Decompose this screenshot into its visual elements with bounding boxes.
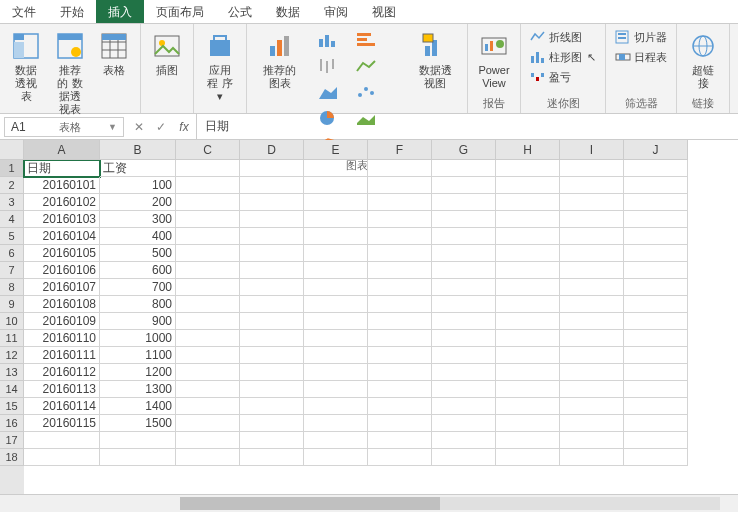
cell[interactable]: [240, 177, 304, 194]
cell[interactable]: [624, 296, 688, 313]
select-all-corner[interactable]: [0, 140, 24, 160]
stock-chart-button[interactable]: [311, 54, 347, 78]
cell[interactable]: [240, 449, 304, 466]
cell[interactable]: [496, 245, 560, 262]
cell[interactable]: 20160106: [24, 262, 100, 279]
column-header-H[interactable]: H: [496, 140, 560, 160]
row-header[interactable]: 17: [0, 432, 24, 449]
row-header[interactable]: 7: [0, 262, 24, 279]
cell[interactable]: [176, 279, 240, 296]
cell[interactable]: [304, 177, 368, 194]
row-header[interactable]: 13: [0, 364, 24, 381]
cell[interactable]: [304, 330, 368, 347]
cell[interactable]: 700: [100, 279, 176, 296]
column-header-C[interactable]: C: [176, 140, 240, 160]
cell[interactable]: [432, 330, 496, 347]
cell[interactable]: [368, 228, 432, 245]
cell[interactable]: 500: [100, 245, 176, 262]
name-box[interactable]: A1 ▼: [4, 117, 124, 137]
cell[interactable]: [624, 313, 688, 330]
cell[interactable]: [496, 398, 560, 415]
column-header-E[interactable]: E: [304, 140, 368, 160]
cell[interactable]: [624, 177, 688, 194]
cell[interactable]: [624, 279, 688, 296]
cell[interactable]: [240, 228, 304, 245]
tab-视图[interactable]: 视图: [360, 0, 408, 23]
sparkline-column-button[interactable]: 柱形图↖: [527, 48, 599, 66]
cell[interactable]: [368, 313, 432, 330]
cell[interactable]: [368, 449, 432, 466]
cell[interactable]: [368, 398, 432, 415]
cell[interactable]: [560, 449, 624, 466]
fx-icon[interactable]: fx: [172, 120, 196, 134]
cell[interactable]: [240, 432, 304, 449]
cell[interactable]: 1200: [100, 364, 176, 381]
cell[interactable]: [624, 449, 688, 466]
row-header[interactable]: 12: [0, 347, 24, 364]
cell[interactable]: [560, 347, 624, 364]
cell[interactable]: [304, 415, 368, 432]
cell[interactable]: [560, 228, 624, 245]
cell[interactable]: [176, 296, 240, 313]
cell[interactable]: [432, 296, 496, 313]
cell[interactable]: [176, 228, 240, 245]
cell[interactable]: 200: [100, 194, 176, 211]
cell[interactable]: [304, 245, 368, 262]
column-chart-button[interactable]: [311, 28, 347, 52]
row-header[interactable]: 8: [0, 279, 24, 296]
cell[interactable]: [560, 160, 624, 177]
row-header[interactable]: 4: [0, 211, 24, 228]
cell[interactable]: [496, 347, 560, 364]
cell[interactable]: [496, 296, 560, 313]
cell[interactable]: [432, 415, 496, 432]
cell[interactable]: [432, 347, 496, 364]
cell[interactable]: 20160115: [24, 415, 100, 432]
cell[interactable]: [304, 279, 368, 296]
formula-input[interactable]: 日期: [196, 114, 738, 139]
cell[interactable]: [432, 194, 496, 211]
cell[interactable]: 20160112: [24, 364, 100, 381]
scatter-chart-button[interactable]: [349, 80, 385, 104]
cell[interactable]: [304, 347, 368, 364]
cell[interactable]: 20160113: [24, 381, 100, 398]
recommended-charts-button[interactable]: 推荐的 图表: [253, 28, 307, 92]
cell[interactable]: [560, 279, 624, 296]
cell[interactable]: 20160108: [24, 296, 100, 313]
cell[interactable]: [624, 364, 688, 381]
cell[interactable]: [624, 398, 688, 415]
cell[interactable]: [560, 381, 624, 398]
bar-chart-button[interactable]: [349, 28, 385, 52]
enter-button[interactable]: ✓: [150, 120, 172, 134]
cell[interactable]: [624, 245, 688, 262]
row-header[interactable]: 10: [0, 313, 24, 330]
row-header[interactable]: 6: [0, 245, 24, 262]
cell[interactable]: 300: [100, 211, 176, 228]
cell[interactable]: 20160101: [24, 177, 100, 194]
cell[interactable]: [304, 194, 368, 211]
tab-数据[interactable]: 数据: [264, 0, 312, 23]
cell[interactable]: [176, 432, 240, 449]
cell[interactable]: [368, 177, 432, 194]
cell[interactable]: [560, 177, 624, 194]
tab-页面布局[interactable]: 页面布局: [144, 0, 216, 23]
row-header[interactable]: 11: [0, 330, 24, 347]
cell[interactable]: [624, 194, 688, 211]
cell[interactable]: [24, 432, 100, 449]
cell[interactable]: [624, 415, 688, 432]
cell[interactable]: [304, 296, 368, 313]
cell[interactable]: [496, 194, 560, 211]
cell[interactable]: [624, 262, 688, 279]
cell[interactable]: [176, 211, 240, 228]
cell[interactable]: [496, 160, 560, 177]
tab-文件[interactable]: 文件: [0, 0, 48, 23]
cell[interactable]: [624, 160, 688, 177]
cell[interactable]: [176, 313, 240, 330]
cell[interactable]: 1300: [100, 381, 176, 398]
cell[interactable]: [432, 432, 496, 449]
cell[interactable]: [176, 415, 240, 432]
cell[interactable]: [496, 415, 560, 432]
cell[interactable]: [240, 245, 304, 262]
cancel-button[interactable]: ✕: [128, 120, 150, 134]
cell[interactable]: [560, 296, 624, 313]
cell[interactable]: [432, 160, 496, 177]
